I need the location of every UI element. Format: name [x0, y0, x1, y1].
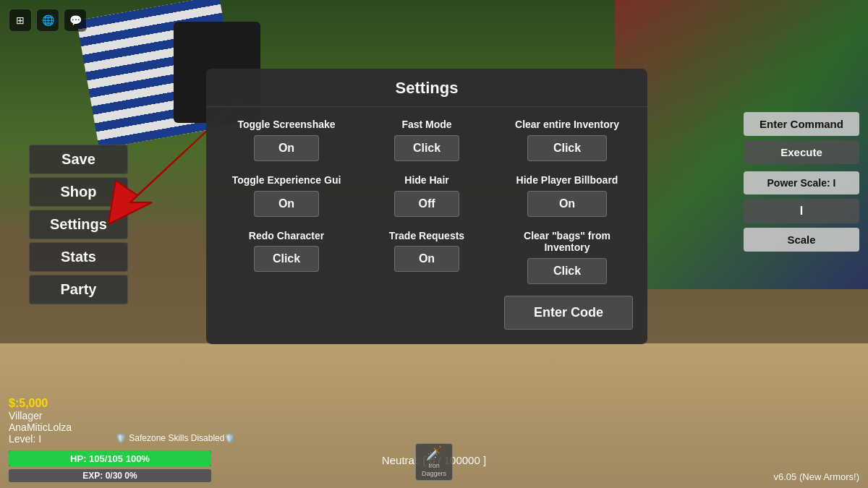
chat-icon[interactable]: 💬	[64, 9, 87, 32]
inventory-slot[interactable]: 🗡️ IronDaggers	[415, 443, 453, 481]
settings-panel: Settings Toggle Screenshake On Fast Mode…	[206, 69, 647, 344]
sidebar-item-party[interactable]: Party	[29, 275, 128, 304]
hide-hair-btn[interactable]: Off	[394, 191, 459, 217]
clear-bags-label: Clear "bags" from Inventory	[501, 230, 633, 254]
player-money: $:5,000	[9, 397, 72, 410]
safezone-badge: 🛡️ Safezone Skills Disabled🛡️	[116, 433, 235, 443]
redo-label: Redo Character	[249, 230, 324, 242]
settings-row-3: Redo Character Click Trade Requests On C…	[221, 230, 633, 285]
sidebar-item-stats[interactable]: Stats	[29, 242, 128, 272]
trade-label: Trade Requests	[389, 230, 464, 242]
settings-row-2: Toggle Experience Gui On Hide Hair Off H…	[221, 174, 633, 217]
settings-cell-billboard: Hide Player Billboard On	[501, 174, 633, 217]
settings-cell-clear-inventory: Clear entire Inventory Click	[501, 119, 633, 161]
roblox-logo-icon[interactable]: ⊞	[9, 9, 32, 32]
hp-bar-bg: HP: 105/105 100%	[9, 450, 211, 466]
player-level: Level: I	[9, 433, 72, 445]
player-name: AnaMiticLolza	[9, 421, 72, 433]
exp-gui-btn[interactable]: On	[254, 191, 319, 217]
settings-cell-exp-gui: Toggle Experience Gui On	[221, 174, 352, 217]
settings-cell-hide-hair: Hide Hair Off	[361, 174, 493, 217]
fastmode-label: Fast Mode	[401, 119, 451, 131]
settings-row-1: Toggle Screenshake On Fast Mode Click Cl…	[221, 119, 633, 161]
trade-btn[interactable]: On	[394, 246, 459, 272]
settings-grid: Toggle Screenshake On Fast Mode Click Cl…	[206, 107, 647, 291]
exp-gui-label: Toggle Experience Gui	[232, 174, 341, 187]
screenshake-label: Toggle Screenshake	[237, 119, 335, 131]
version-text: v6.05 (New Armors!)	[774, 471, 859, 482]
execute-btn[interactable]: Execute	[744, 140, 859, 164]
exp-bar-bg: EXP: 0/30 0%	[9, 469, 211, 482]
fastmode-btn[interactable]: Click	[394, 135, 459, 161]
hp-bar-container: HP: 105/105 100%	[9, 450, 211, 466]
settings-title: Settings	[206, 69, 647, 107]
hide-hair-label: Hide Hair	[404, 174, 448, 187]
redo-btn[interactable]: Click	[254, 246, 319, 272]
exp-bar-text: EXP: 0/30 0%	[82, 471, 137, 481]
scale-btn[interactable]: Scale	[744, 228, 859, 252]
screenshake-btn[interactable]: On	[254, 135, 319, 161]
clear-inventory-label: Clear entire Inventory	[515, 119, 619, 131]
power-scale-label: Power Scale: I	[744, 171, 859, 194]
player-class: Villager	[9, 410, 72, 421]
clear-bags-btn[interactable]: Click	[527, 258, 607, 284]
inventory-slot-icon: 🗡️ IronDaggers	[422, 446, 446, 477]
right-panel: Enter Command Execute Power Scale: I I S…	[744, 112, 859, 252]
settings-cell-clear-bags: Clear "bags" from Inventory Click	[501, 230, 633, 285]
top-icons-bar: ⊞ 🌐 💬	[9, 9, 87, 32]
bars-area: HP: 105/105 100% EXP: 0/30 0%	[9, 450, 211, 482]
enter-command-btn[interactable]: Enter Command	[744, 112, 859, 136]
settings-cell-screenshake: Toggle Screenshake On	[221, 119, 352, 161]
settings-cell-redo: Redo Character Click	[221, 230, 352, 285]
hp-bar-text: HP: 105/105 100%	[70, 453, 150, 464]
settings-cell-fastmode: Fast Mode Click	[361, 119, 493, 161]
enter-code-row: Enter Code	[206, 291, 647, 330]
settings-cell-trade: Trade Requests On	[361, 230, 493, 285]
billboard-label: Hide Player Billboard	[516, 174, 618, 187]
billboard-btn[interactable]: On	[527, 191, 607, 217]
enter-code-btn[interactable]: Enter Code	[504, 296, 633, 330]
power-scale-value[interactable]: I	[744, 199, 859, 223]
globe-icon[interactable]: 🌐	[36, 9, 59, 32]
clear-inventory-btn[interactable]: Click	[527, 135, 607, 161]
player-info: $:5,000 Villager AnaMiticLolza Level: I	[9, 397, 72, 445]
